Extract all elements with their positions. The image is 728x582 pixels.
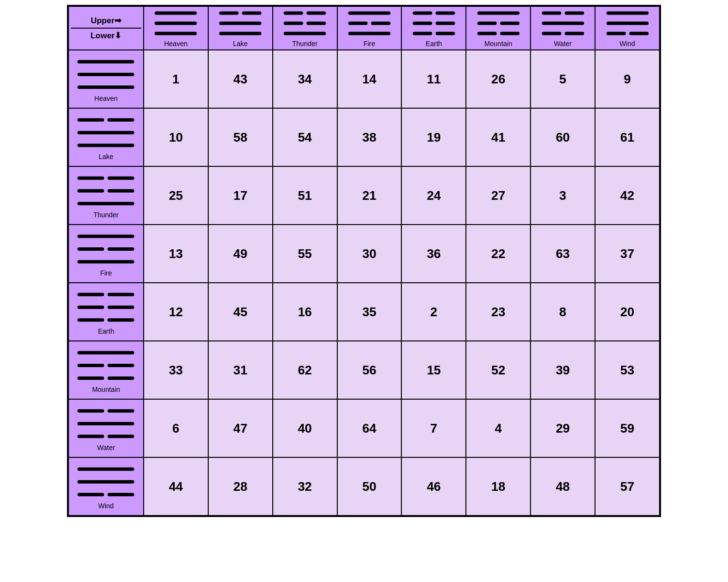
cell-earth-fire: 35	[337, 283, 402, 341]
cell-wind-mountain: 18	[466, 457, 530, 516]
cell-lake-water: 60	[530, 108, 595, 166]
cell-heaven-heaven: 1	[144, 50, 208, 108]
cell-fire-fire: 30	[337, 225, 402, 283]
fire-trigram	[77, 231, 135, 267]
cell-water-mountain: 4	[466, 399, 530, 457]
cell-fire-earth: 36	[401, 225, 466, 283]
cell-earth-lake: 45	[208, 283, 273, 341]
col-name-mountain: Mountain	[484, 40, 513, 48]
col-name-earth: Earth	[426, 40, 442, 48]
cell-wind-thunder: 32	[273, 457, 337, 516]
row-name-lake: Lake	[99, 153, 113, 161]
cell-mountain-fire: 56	[337, 341, 402, 399]
cell-earth-wind: 20	[595, 283, 660, 341]
water-trigram	[77, 405, 135, 442]
row-name-thunder: Thunder	[93, 211, 118, 219]
heaven-trigram	[154, 9, 198, 38]
row-name-earth: Earth	[98, 327, 114, 335]
mountain-trigram	[77, 347, 135, 384]
upper-label: Upper➡	[71, 16, 141, 26]
cell-water-thunder: 40	[273, 399, 337, 457]
heaven-trigram	[77, 56, 135, 93]
lower-label: Lower⬇	[71, 28, 141, 41]
cell-wind-water: 48	[530, 457, 595, 516]
cell-thunder-earth: 24	[401, 166, 466, 225]
cell-earth-water: 8	[530, 283, 595, 341]
cell-lake-earth: 19	[401, 108, 466, 166]
col-header-fire: Fire	[337, 6, 402, 50]
row-header-lake: Lake	[68, 108, 144, 166]
cell-fire-wind: 37	[595, 225, 660, 283]
row-header-water: Water	[68, 399, 144, 457]
cell-thunder-thunder: 51	[273, 166, 337, 225]
row-header-fire: Fire	[68, 225, 144, 283]
col-header-earth: Earth	[401, 6, 466, 50]
cell-mountain-wind: 53	[595, 341, 660, 399]
cell-heaven-lake: 43	[208, 50, 273, 108]
cell-water-heaven: 6	[144, 399, 208, 457]
cell-heaven-water: 5	[530, 50, 595, 108]
thunder-trigram	[283, 9, 327, 38]
fire-trigram	[347, 9, 391, 38]
cell-lake-heaven: 10	[144, 108, 208, 166]
row-header-wind: Wind	[68, 457, 144, 516]
cell-lake-fire: 38	[337, 108, 402, 166]
wind-trigram	[606, 9, 649, 38]
col-name-water: Water	[554, 40, 572, 48]
cell-water-wind: 59	[595, 399, 660, 457]
cell-fire-water: 63	[530, 225, 595, 283]
cell-earth-earth: 2	[401, 283, 466, 341]
cell-heaven-thunder: 34	[273, 50, 337, 108]
col-name-fire: Fire	[364, 40, 375, 48]
row-header-heaven: Heaven	[68, 50, 144, 108]
cell-mountain-lake: 31	[208, 341, 273, 399]
earth-trigram	[77, 289, 135, 325]
cell-fire-mountain: 22	[466, 225, 530, 283]
row-header-thunder: Thunder	[68, 166, 144, 225]
wind-trigram	[77, 464, 135, 500]
cell-lake-mountain: 41	[466, 108, 530, 166]
cell-earth-heaven: 12	[144, 283, 208, 341]
cell-heaven-mountain: 26	[466, 50, 530, 108]
row-name-water: Water	[97, 444, 115, 452]
cell-lake-thunder: 54	[273, 108, 337, 166]
cell-water-water: 29	[530, 399, 595, 457]
col-header-lake: Lake	[208, 6, 273, 50]
cell-mountain-heaven: 33	[144, 341, 208, 399]
row-header-mountain: Mountain	[68, 341, 144, 399]
col-header-wind: Wind	[595, 6, 660, 50]
col-header-thunder: Thunder	[273, 6, 337, 50]
col-header-heaven: Heaven	[144, 6, 208, 50]
cell-heaven-fire: 14	[337, 50, 402, 108]
cell-fire-heaven: 13	[144, 225, 208, 283]
iching-table: Upper➡ Lower⬇ Heaven Lake Thunder	[67, 5, 661, 517]
corner-header: Upper➡ Lower⬇	[68, 6, 144, 50]
cell-heaven-wind: 9	[595, 50, 660, 108]
cell-thunder-heaven: 25	[144, 166, 208, 225]
cell-thunder-wind: 42	[595, 166, 660, 225]
cell-mountain-mountain: 52	[466, 341, 530, 399]
col-header-mountain: Mountain	[466, 6, 530, 50]
earth-trigram	[412, 9, 456, 38]
cell-wind-wind: 57	[595, 457, 660, 516]
cell-thunder-mountain: 27	[466, 166, 530, 225]
cell-thunder-water: 3	[530, 166, 595, 225]
cell-mountain-earth: 15	[401, 341, 466, 399]
cell-fire-lake: 49	[208, 225, 273, 283]
cell-mountain-water: 39	[530, 341, 595, 399]
cell-lake-wind: 61	[595, 108, 660, 166]
row-name-wind: Wind	[99, 502, 114, 510]
cell-fire-thunder: 55	[273, 225, 337, 283]
cell-wind-lake: 28	[208, 457, 273, 516]
cell-mountain-thunder: 62	[273, 341, 337, 399]
thunder-trigram	[77, 173, 135, 209]
cell-thunder-lake: 17	[208, 166, 273, 225]
col-name-heaven: Heaven	[164, 40, 187, 48]
cell-water-earth: 7	[401, 399, 466, 457]
row-name-fire: Fire	[100, 269, 112, 277]
cell-lake-lake: 58	[208, 108, 273, 166]
cell-wind-fire: 50	[337, 457, 402, 516]
cell-water-lake: 47	[208, 399, 273, 457]
col-name-wind: Wind	[620, 40, 635, 48]
row-name-heaven: Heaven	[94, 95, 117, 102]
